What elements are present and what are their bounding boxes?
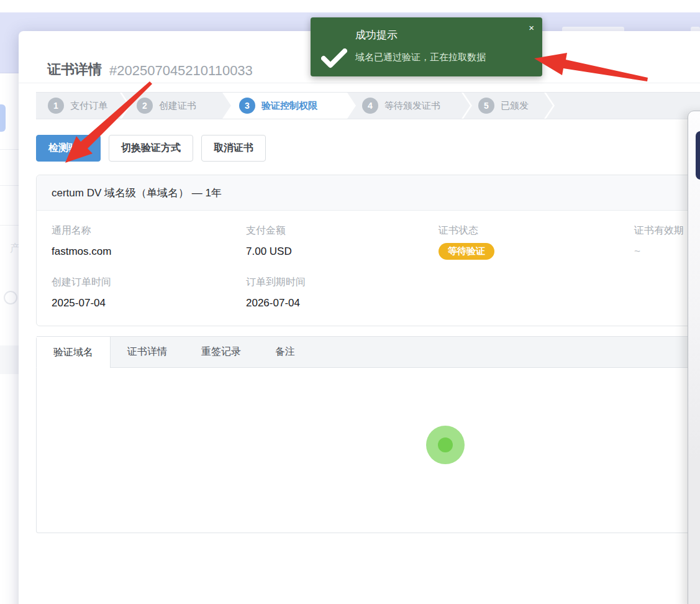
field-label: 支付金额 <box>246 224 439 237</box>
background-divider <box>0 185 19 186</box>
field-label: 创建订单时间 <box>52 276 246 289</box>
background-selected-menu-strip <box>0 104 6 132</box>
status-badge: 等待验证 <box>439 243 494 260</box>
switch-verification-method-button[interactable]: 切换验证方式 <box>109 135 193 162</box>
step-label: 已颁发 <box>501 100 529 112</box>
step-pay-order: 1 支付订单 <box>36 93 129 119</box>
step-number: 5 <box>478 98 494 114</box>
field-value: 2026-07-04 <box>246 297 439 309</box>
field-expire-time: 订单到期时间 2026-07-04 <box>246 276 439 309</box>
step-number: 2 <box>137 98 153 114</box>
tab-resign-records[interactable]: 重签记录 <box>184 337 258 367</box>
step-wait-issue: 4 等待颁发证书 <box>347 93 470 119</box>
field-value: 7.00 USD <box>246 245 439 258</box>
order-number: #202507045210110033 <box>109 63 253 79</box>
field-label: 订单到期时间 <box>246 276 439 289</box>
drawer-navy-button[interactable] <box>696 131 700 180</box>
tab-verify-domain[interactable]: 验证域名 <box>37 336 111 368</box>
field-value: 2025-07-04 <box>52 297 246 309</box>
step-number: 1 <box>48 98 64 114</box>
field-value: fastmos.com <box>52 245 246 258</box>
success-check-icon <box>321 48 347 68</box>
step-label: 创建证书 <box>159 100 196 112</box>
step-create-cert: 2 创建证书 <box>122 93 231 119</box>
step-verify-control: 3 验证控制权限 <box>224 93 354 119</box>
certificate-detail-modal: 证书详情 #202507045210110033 1 支付订单 2 创建证书 3… <box>19 31 700 604</box>
field-label: 通用名称 <box>52 224 246 237</box>
step-label: 验证控制权限 <box>261 100 317 112</box>
step-label: 等待颁发证书 <box>384 100 440 112</box>
tab-remarks[interactable]: 备注 <box>258 337 312 367</box>
detail-tabs: 验证域名 证书详情 重签记录 备注 <box>36 336 700 368</box>
stepper-filler <box>546 93 700 119</box>
field-status: 证书状态 等待验证 <box>439 224 634 260</box>
success-toast: 成功提示 域名已通过验证，正在拉取数据 × <box>311 17 542 76</box>
field-label: 证书状态 <box>439 224 634 237</box>
field-common-name: 通用名称 fastmos.com <box>52 224 246 260</box>
step-label: 支付订单 <box>70 100 107 112</box>
check-verification-button[interactable]: 检测验证 <box>36 135 101 162</box>
step-number: 3 <box>239 98 255 114</box>
background-circle-fragment <box>4 291 17 304</box>
toast-message: 域名已通过验证，正在拉取数据 <box>355 52 486 63</box>
step-number: 4 <box>362 98 378 114</box>
tab-cert-detail[interactable]: 证书详情 <box>111 337 184 367</box>
toast-close-icon[interactable]: × <box>529 23 534 32</box>
field-amount: 支付金额 7.00 USD <box>246 224 439 260</box>
loading-spinner-icon <box>426 426 465 464</box>
cancel-certificate-button[interactable]: 取消证书 <box>201 135 266 162</box>
certificate-info-card: certum DV 域名级（单域名） — 1年 通用名称 fastmos.com… <box>36 175 700 326</box>
background-divider <box>0 149 19 150</box>
side-drawer-edge[interactable] <box>688 111 700 604</box>
order-progress-stepper: 1 支付订单 2 创建证书 3 验证控制权限 4 等待颁发证书 5 已颁发 <box>36 92 700 119</box>
tab-content-panel <box>36 368 700 533</box>
step-issued: 5 已颁发 <box>463 93 553 119</box>
background-divider <box>0 225 19 226</box>
product-name: certum DV 域名级（单域名） — 1年 <box>37 175 700 211</box>
field-created-time: 创建订单时间 2025-07-04 <box>52 276 246 309</box>
background-band-fragment <box>0 345 19 374</box>
modal-title: 证书详情 <box>47 60 102 79</box>
toast-title: 成功提示 <box>355 28 398 42</box>
